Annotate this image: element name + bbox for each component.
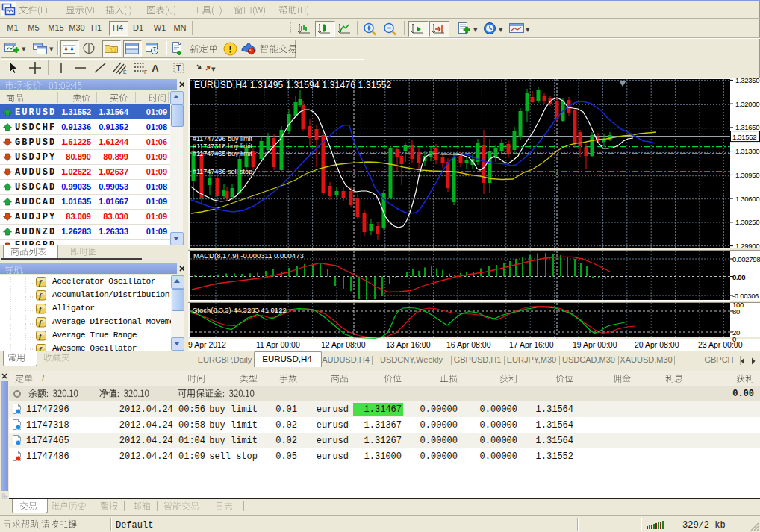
svg-text:#11747465 buy limit: #11747465 buy limit (193, 150, 252, 157)
svg-text:23 Apr 00:00: 23 Apr 00:00 (698, 340, 743, 349)
svg-text:16 Apr 08:00: 16 Apr 08:00 (446, 340, 491, 349)
svg-text:1.30250: 1.30250 (735, 218, 759, 226)
svg-text:1.32000: 1.32000 (735, 100, 759, 108)
svg-text:1.30950: 1.30950 (735, 171, 759, 179)
svg-text:12 Apr 08:00: 12 Apr 08:00 (321, 340, 366, 349)
svg-text:#11747318 buy limit: #11747318 buy limit (193, 143, 252, 150)
svg-text:0.002798: 0.002798 (732, 255, 760, 263)
svg-text:#11747296 buy limit: #11747296 buy limit (193, 135, 252, 143)
svg-text:1.29900: 1.29900 (735, 242, 759, 250)
svg-text:9 Apr 2012: 9 Apr 2012 (188, 340, 226, 349)
svg-text:0.00: 0.00 (732, 273, 745, 281)
svg-text:F: F (144, 69, 147, 75)
svg-text:1.32350: 1.32350 (735, 78, 759, 84)
svg-text:-0.00306: -0.00306 (732, 292, 759, 300)
svg-text:EURUSD,H4 1.31495 1.31594 1.3: EURUSD,H4 1.31495 1.31594 1.31476 1.3155… (194, 80, 392, 90)
svg-text:1.30600: 1.30600 (735, 195, 759, 203)
svg-text:19 Apr 00:00: 19 Apr 00:00 (573, 340, 617, 349)
svg-text:#11747486 sell stop: #11747486 sell stop (193, 168, 252, 175)
svg-text:17 Apr 16:00: 17 Apr 16:00 (509, 340, 554, 349)
svg-text:1.31300: 1.31300 (735, 147, 759, 155)
svg-text:1.31552: 1.31552 (732, 133, 756, 141)
svg-text:1.31650: 1.31650 (735, 123, 759, 131)
svg-text:20 Apr 08:00: 20 Apr 08:00 (635, 340, 679, 349)
svg-text:11 Apr 00:00: 11 Apr 00:00 (256, 340, 300, 349)
svg-text:13 Apr 16:00: 13 Apr 16:00 (386, 340, 431, 349)
svg-text:E: E (123, 69, 127, 75)
svg-text:80: 80 (732, 307, 740, 316)
svg-text:T: T (176, 64, 181, 72)
svg-text:Stoch(8,3,3) 44.3283 41.0122: Stoch(8,3,3) 44.3283 41.0122 (193, 306, 287, 314)
svg-text:MACD(8,17,9) -0.000311 0.00047: MACD(8,17,9) -0.000311 0.000473 (193, 251, 304, 260)
